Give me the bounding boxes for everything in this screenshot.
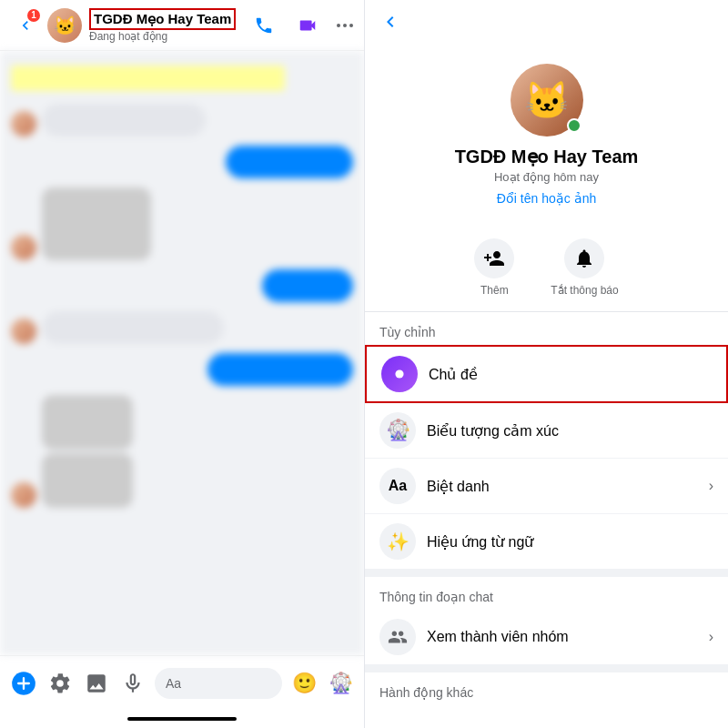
sender-avatar [11, 318, 36, 344]
back-button[interactable]: 1 [11, 11, 40, 40]
mute-button[interactable]: Tắt thông báo [551, 238, 618, 297]
left-panel: 1 🐱 TGDĐ Mẹo Hay Team Đang hoạt động [0, 0, 364, 728]
sender-avatar [11, 482, 36, 508]
xem-thanh-vien-label: Xem thành viên nhóm [427, 629, 698, 645]
profile-name: TGDĐ Mẹo Hay Team [455, 146, 639, 167]
chu-de-icon [381, 356, 418, 392]
add-button[interactable] [9, 669, 38, 698]
chevron-icon: › [709, 478, 713, 494]
sender-avatar [11, 235, 36, 260]
chu-de-label: Chủ đề [429, 366, 712, 383]
hanh-dong-section: Hành động khác [365, 672, 728, 705]
profile-subtitle: Hoạt động hôm nay [494, 170, 599, 184]
biet-danh-label: Biệt danh [427, 478, 698, 495]
message-bubble-sent [262, 269, 353, 302]
chu-de-item[interactable]: Chủ đề [365, 345, 728, 403]
bieu-tuong-label: Biểu tượng cảm xúc [427, 422, 713, 440]
chat-input-bar: Aa 🙂 🎡 [0, 655, 364, 710]
online-indicator [567, 118, 581, 133]
message-row [11, 146, 353, 178]
add-member-icon [474, 238, 514, 278]
right-back-button[interactable] [379, 11, 401, 38]
hieu-ung-label: Hiệu ứng từ ngữ [427, 533, 713, 551]
right-panel: 🐱 TGDĐ Mẹo Hay Team Hoạt động hôm nay Đổ… [364, 0, 728, 728]
chat-status: Đang hoạt động [89, 30, 242, 43]
message-input[interactable]: Aa [155, 668, 282, 699]
message-bubble-sent [226, 146, 353, 178]
voice-call-button[interactable] [249, 11, 278, 40]
header-actions [249, 11, 353, 40]
svg-point-1 [395, 369, 403, 378]
xem-thanh-vien-item[interactable]: Xem thành viên nhóm › [365, 610, 728, 665]
video-call-button[interactable] [293, 11, 322, 40]
home-bar [127, 717, 237, 721]
image-message [42, 453, 133, 508]
sender-avatar [11, 111, 36, 136]
avatar-image: 🐱 [47, 8, 82, 43]
chevron-icon: › [709, 629, 713, 645]
add-member-button[interactable]: Thêm [474, 238, 514, 297]
emoji-button[interactable]: 🙂 [289, 669, 318, 698]
section-divider [365, 570, 728, 577]
input-placeholder: Aa [166, 676, 181, 691]
hieu-ung-item[interactable]: ✨ Hiệu ứng từ ngữ [365, 514, 728, 570]
highlighted-message [11, 66, 285, 91]
message-group [42, 395, 133, 508]
section-divider-2 [365, 665, 728, 672]
bieu-tuong-icon: 🎡 [379, 412, 416, 449]
messages-list [0, 51, 364, 519]
message-row [11, 395, 353, 508]
chat-body [0, 51, 364, 655]
message-bubble [42, 311, 224, 344]
hieu-ung-icon: ✨ [379, 523, 416, 560]
more-options[interactable] [337, 24, 353, 27]
image-message [42, 187, 151, 260]
thong-tin-section: Thông tin đoạn chat Xem thành viên nhóm … [365, 577, 728, 665]
message-row [11, 187, 353, 260]
message-row [11, 353, 353, 386]
tuy-chinh-section: Tùy chỉnh Chủ đề 🎡 Biểu tượng cảm xúc Aa… [365, 312, 728, 570]
action-buttons: Thêm Tắt thông báo [365, 224, 728, 312]
add-member-label: Thêm [480, 284, 509, 297]
chat-name: TGDĐ Mẹo Hay Team [89, 8, 236, 30]
thanh-vien-icon [379, 619, 416, 655]
section-label-tuy-chinh: Tùy chỉnh [365, 312, 728, 345]
chat-header: 1 🐱 TGDĐ Mẹo Hay Team Đang hoạt động [0, 0, 364, 51]
biet-danh-item[interactable]: Aa Biệt danh › [365, 459, 728, 514]
sticker-button[interactable]: 🎡 [326, 669, 355, 698]
back-badge: 1 [27, 9, 40, 22]
header-info: TGDĐ Mẹo Hay Team Đang hoạt động [89, 8, 242, 43]
message-row [11, 104, 353, 136]
edit-profile-link[interactable]: Đổi tên hoặc ảnh [497, 191, 597, 206]
camera-button[interactable] [46, 669, 75, 698]
mute-icon [564, 238, 604, 278]
profile-avatar-wrapper: 🐱 [511, 64, 583, 136]
chat-avatar: 🐱 [47, 8, 82, 43]
right-header [365, 0, 728, 49]
message-bubble-sent [207, 353, 353, 386]
photo-button[interactable] [82, 669, 111, 698]
mic-button[interactable] [118, 669, 147, 698]
mute-label: Tắt thông báo [551, 284, 618, 297]
image-message [42, 395, 133, 450]
message-bubble [42, 104, 206, 136]
section-label-thong-tin: Thông tin đoạn chat [365, 577, 728, 610]
biet-danh-icon: Aa [379, 468, 416, 504]
home-indicator [0, 710, 364, 728]
bieu-tuong-item[interactable]: 🎡 Biểu tượng cảm xúc [365, 403, 728, 459]
message-row [11, 311, 353, 344]
section-label-hanh-dong: Hành động khác [365, 672, 728, 705]
message-row [11, 269, 353, 302]
profile-section: 🐱 TGDĐ Mẹo Hay Team Hoạt động hôm nay Đổ… [365, 49, 728, 224]
